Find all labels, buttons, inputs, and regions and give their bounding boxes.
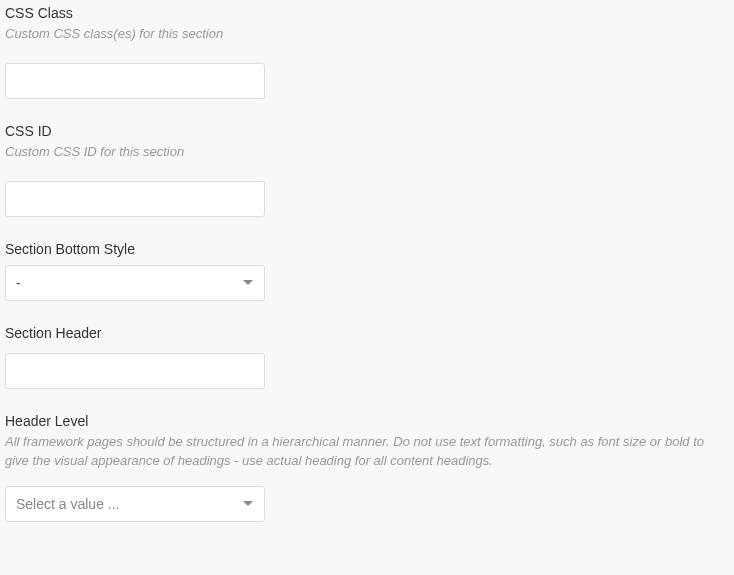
css-id-group: CSS ID Custom CSS ID for this section [5, 123, 729, 217]
header-level-label: Header Level [5, 413, 729, 429]
header-level-placeholder: Select a value ... [16, 496, 120, 512]
section-bottom-style-value: - [16, 275, 21, 291]
css-class-group: CSS Class Custom CSS class(es) for this … [5, 5, 729, 99]
section-bottom-style-label: Section Bottom Style [5, 241, 729, 257]
section-bottom-style-group: Section Bottom Style - [5, 241, 729, 301]
css-class-hint: Custom CSS class(es) for this section [5, 25, 729, 43]
css-class-label: CSS Class [5, 5, 729, 21]
css-class-input[interactable] [5, 63, 265, 99]
section-header-input[interactable] [5, 353, 265, 389]
section-bottom-style-select[interactable]: - [5, 265, 265, 301]
css-id-input[interactable] [5, 181, 265, 217]
css-id-hint: Custom CSS ID for this section [5, 143, 729, 161]
css-id-label: CSS ID [5, 123, 729, 139]
section-header-group: Section Header [5, 325, 729, 389]
section-header-label: Section Header [5, 325, 729, 341]
header-level-select[interactable]: Select a value ... [5, 486, 265, 522]
header-level-hint: All framework pages should be structured… [5, 433, 729, 469]
header-level-group: Header Level All framework pages should … [5, 413, 729, 521]
